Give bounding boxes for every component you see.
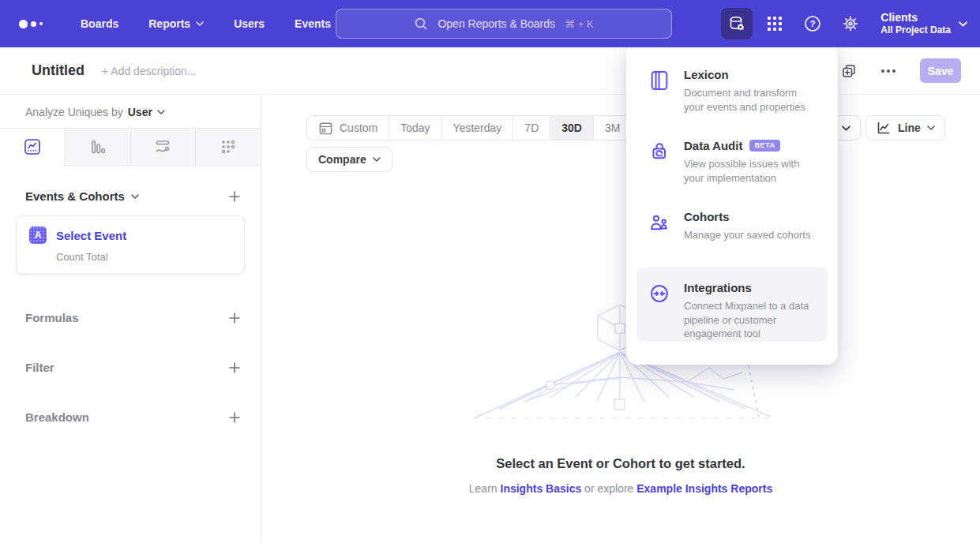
analyze-row: Analyze Uniques by User [0, 95, 261, 128]
menu-item-lexicon[interactable]: Lexicon Document and transform your even… [636, 54, 828, 125]
save-button[interactable]: Save [920, 58, 961, 83]
nav-item-events[interactable]: Events [295, 17, 331, 30]
range-label: Yesterday [453, 122, 502, 134]
tab-bar-chart[interactable] [66, 129, 131, 165]
range-custom[interactable]: Custom [307, 116, 389, 140]
menu-item-integrations[interactable]: Integrations Connect Mixpanel to a data … [636, 268, 828, 342]
menu-item-data-audit[interactable]: Data Audit BETA View possible issues wit… [636, 125, 828, 197]
empty-state-headline: Select an Event or Cohort to get started… [261, 456, 980, 471]
report-title[interactable]: Untitled [32, 62, 84, 79]
add-filter-button[interactable] [229, 362, 240, 373]
plus-icon [229, 412, 240, 423]
more-options-button[interactable] [880, 69, 896, 73]
top-nav: Boards Reports Users Events Open Reports… [0, 0, 980, 47]
add-formula-button[interactable] [229, 313, 240, 324]
formulas-label: Formulas [25, 311, 79, 324]
chevron-down-icon [927, 125, 935, 130]
menu-item-description: Manage your saved cohorts [684, 228, 810, 242]
menu-item-description: Connect Mixpanel to a data pipeline or c… [684, 299, 816, 341]
filter-section: Filter [0, 361, 261, 374]
range-7d[interactable]: 7D [513, 116, 550, 140]
range-today[interactable]: Today [389, 116, 441, 140]
range-30d-selected[interactable]: 30D [550, 116, 594, 140]
gear-icon [841, 14, 860, 33]
tab-metrics-grid[interactable] [196, 129, 261, 165]
nav-item-reports[interactable]: Reports [148, 17, 204, 30]
nav-item-boards[interactable]: Boards [81, 17, 118, 30]
copy-plus-icon [841, 63, 857, 79]
svg-text:?: ? [810, 19, 816, 28]
chevron-down-icon [373, 157, 381, 162]
data-audit-lock-icon [648, 140, 670, 163]
add-breakdown-button[interactable] [229, 412, 240, 423]
range-label: 3M [605, 122, 620, 134]
count-total-dropdown[interactable]: Count Total [56, 251, 231, 263]
org-name: Clients [880, 11, 951, 25]
analyze-by-dropdown[interactable]: User [128, 106, 165, 118]
tab-insights-line-chart[interactable] [0, 129, 66, 166]
analyze-by-value: User [128, 106, 152, 118]
compare-dropdown[interactable]: Compare [306, 147, 392, 172]
bar-chart-icon [88, 137, 107, 156]
events-cohorts-header: Events & Cohorts [0, 166, 261, 203]
chevron-down-icon [842, 125, 850, 131]
chart-type-tabbar [0, 128, 261, 166]
search-placeholder: Open Reports & Boards [437, 17, 555, 30]
plus-icon [229, 313, 240, 324]
range-label: 30D [561, 122, 582, 134]
database-gear-icon [727, 14, 746, 33]
menu-item-title: Integrations [684, 281, 752, 294]
help-icon: ? [803, 14, 822, 33]
add-event-button[interactable] [229, 191, 240, 202]
beta-badge: BETA [749, 140, 779, 152]
insights-chart-icon [23, 137, 42, 156]
line-chart-icon [876, 120, 892, 136]
events-cohorts-label: Events & Cohorts [25, 189, 125, 203]
plus-icon [229, 191, 240, 202]
lexicon-book-icon [648, 69, 670, 92]
data-management-button[interactable] [721, 8, 753, 39]
empty-state: Select an Event or Cohort to get started… [261, 456, 980, 495]
chart-type-dropdown[interactable]: Line [865, 115, 945, 140]
formulas-section: Formulas [0, 311, 261, 324]
search-icon [414, 17, 428, 31]
settings-button[interactable] [835, 8, 866, 39]
report-description-input[interactable]: + Add description... [102, 65, 196, 77]
apps-grid-button[interactable] [759, 8, 790, 39]
global-search-input[interactable]: Open Reports & Boards ⌘ + K [336, 9, 672, 39]
menu-item-description: Document and transform your events and p… [684, 86, 816, 114]
menu-item-title: Data Audit [684, 139, 742, 152]
chart-type-label: Line [898, 122, 921, 134]
events-cohorts-toggle[interactable]: Events & Cohorts [25, 189, 139, 203]
help-button[interactable]: ? [797, 8, 828, 39]
select-event-label: Select Event [56, 229, 126, 242]
grid-icon [766, 15, 783, 32]
event-card-select-event[interactable]: A Select Event Count Total [16, 215, 245, 275]
duplicate-button[interactable] [841, 63, 857, 79]
chevron-down-icon [959, 21, 967, 27]
learn-prefix: Learn [469, 482, 501, 495]
menu-item-title: Cohorts [684, 210, 730, 223]
nav-item-label: Reports [148, 17, 190, 30]
filter-label: Filter [25, 361, 54, 374]
primary-nav: Boards Reports Users Events [81, 17, 331, 30]
chevron-down-icon [196, 21, 204, 26]
compare-label: Compare [318, 153, 366, 166]
flow-icon [153, 137, 172, 156]
search-shortcut: ⌘ + K [565, 18, 594, 30]
metrics-dots-icon [219, 137, 238, 156]
ellipsis-icon [880, 69, 896, 73]
insights-basics-link[interactable]: Insights Basics [501, 482, 582, 495]
explore-middle: or explore [581, 482, 636, 495]
nav-item-users[interactable]: Users [234, 17, 265, 30]
cohorts-people-icon [648, 212, 670, 234]
menu-item-title: Lexicon [684, 68, 729, 81]
range-yesterday[interactable]: Yesterday [442, 116, 514, 140]
tab-flow-chart[interactable] [131, 129, 197, 165]
project-switcher[interactable]: Clients All Project Data [880, 11, 967, 37]
example-insights-reports-link[interactable]: Example Insights Reports [636, 482, 772, 495]
menu-item-cohorts[interactable]: Cohorts Manage your saved cohorts [636, 197, 828, 268]
breakdown-label: Breakdown [25, 410, 89, 424]
calendar-icon [318, 121, 333, 136]
mixpanel-logo-icon[interactable] [19, 20, 46, 28]
